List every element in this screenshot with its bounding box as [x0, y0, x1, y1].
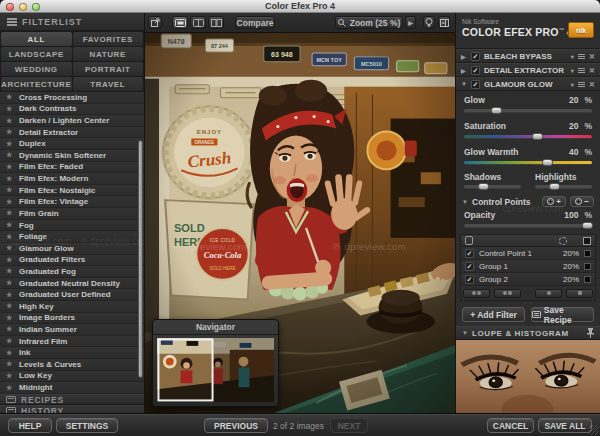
tab-portrait[interactable]: PORTRAIT: [73, 62, 144, 76]
filter-item[interactable]: ★Darken / Lighten Center: [0, 115, 144, 127]
background-brightness-button[interactable]: [423, 16, 435, 29]
settings-button[interactable]: SETTINGS: [56, 418, 118, 433]
panel-toggle-button[interactable]: [438, 16, 450, 29]
control-points-header[interactable]: ▼ Control Points + −: [456, 194, 600, 209]
delete-control-point-button[interactable]: [566, 289, 593, 298]
mask-swatch[interactable]: [584, 276, 591, 283]
filter-list-scrollbar[interactable]: [138, 140, 143, 378]
filter-item[interactable]: ★Glamour Glow: [0, 243, 144, 255]
menu-lines-icon[interactable]: [578, 54, 585, 59]
previous-button[interactable]: PREVIOUS: [204, 418, 268, 433]
tab-favorites[interactable]: FAVORITES: [73, 32, 144, 46]
filter-item[interactable]: ★Dark Contrasts: [0, 104, 144, 116]
preset-menu-icon[interactable]: ▾: [571, 81, 574, 88]
tab-all[interactable]: ALL: [1, 32, 72, 46]
filter-item[interactable]: ★Film Grain: [0, 208, 144, 220]
disclosure-triangle-icon[interactable]: ▶: [461, 67, 467, 74]
preset-menu-icon[interactable]: ▾: [571, 67, 574, 74]
filter-item[interactable]: ★Film Efex: Modern: [0, 173, 144, 185]
filter-item[interactable]: ★Graduated Neutral Density: [0, 278, 144, 290]
remove-filter-icon[interactable]: ✕: [589, 52, 595, 61]
single-view-button[interactable]: [172, 16, 188, 29]
disclosure-triangle-icon[interactable]: ▶: [461, 53, 467, 60]
filterlist-header[interactable]: FILTERLIST: [0, 13, 144, 31]
resize-grip[interactable]: [589, 425, 599, 435]
preset-menu-icon[interactable]: ▾: [571, 53, 574, 60]
slider-handle[interactable]: [542, 159, 553, 166]
remove-filter-icon[interactable]: ✕: [589, 80, 595, 89]
tab-nature[interactable]: NATURE: [73, 47, 144, 61]
row-checkbox[interactable]: ✓: [465, 275, 474, 284]
filter-item[interactable]: ★Graduated Fog: [0, 266, 144, 278]
filter-item[interactable]: ★Graduated Filters: [0, 255, 144, 267]
filter-item[interactable]: ★Graduated User Defined: [0, 289, 144, 301]
glow-warmth-slider-track[interactable]: [464, 161, 592, 164]
subtract-control-point-button[interactable]: −: [570, 196, 594, 207]
filter-item[interactable]: ★Indian Summer: [0, 324, 144, 336]
filter-item[interactable]: ★Infrared Film: [0, 336, 144, 348]
slider-handle[interactable]: [478, 183, 489, 190]
disclosure-triangle-icon[interactable]: ▼: [461, 81, 467, 87]
filter-item[interactable]: ★Film Efex: Faded: [0, 162, 144, 174]
image-canvas[interactable]: N478 87 244 63 948 MCN TOY MC5010: [145, 33, 455, 413]
recipes-drawer[interactable]: RECIPES: [0, 394, 144, 405]
control-point-row[interactable]: ✓ Control Point 1 20%: [461, 247, 595, 260]
mask-swatch[interactable]: [584, 250, 591, 257]
filter-item[interactable]: ★Cross Processing: [0, 92, 144, 104]
tab-travel[interactable]: TRAVEL: [73, 77, 144, 91]
enable-checkbox[interactable]: ✓: [471, 52, 480, 61]
filter-item[interactable]: ★Film Efex: Nostalgic: [0, 185, 144, 197]
tab-wedding[interactable]: WEDDING: [1, 62, 72, 76]
filter-item[interactable]: ★Film Efex: Vintage: [0, 196, 144, 208]
filter-stack-item-detail-extractor[interactable]: ▶ ✓ DETAIL EXTRACTOR ▾ ✕: [456, 63, 600, 77]
add-control-point-button[interactable]: +: [542, 196, 566, 207]
loupe-histogram-header[interactable]: ▼ LOUPE & HISTOGRAM: [456, 326, 600, 340]
filter-item[interactable]: ★Duplex: [0, 138, 144, 150]
row-checkbox[interactable]: ✓: [465, 262, 474, 271]
filter-item[interactable]: ★Image Borders: [0, 313, 144, 325]
slider-handle[interactable]: [549, 183, 560, 190]
disclosure-triangle-icon[interactable]: ▼: [462, 330, 468, 336]
filter-item[interactable]: ★Ink: [0, 347, 144, 359]
compare-button[interactable]: Compare: [235, 16, 275, 29]
save-all-button[interactable]: SAVE ALL: [538, 418, 592, 433]
tab-landscape[interactable]: LANDSCAPE: [1, 47, 72, 61]
filter-item[interactable]: ★High Key: [0, 301, 144, 313]
remove-filter-icon[interactable]: ✕: [589, 66, 595, 75]
cancel-button[interactable]: CANCEL: [487, 418, 534, 433]
slider-handle[interactable]: [582, 222, 593, 229]
filter-item[interactable]: ★Levels & Curves: [0, 359, 144, 371]
disclosure-triangle-icon[interactable]: ▼: [462, 199, 468, 205]
save-recipe-button[interactable]: Save Recipe: [531, 307, 594, 322]
enable-checkbox[interactable]: ✓: [471, 66, 480, 75]
filter-item[interactable]: ★Fog: [0, 220, 144, 232]
menu-lines-icon[interactable]: [578, 68, 585, 73]
side-by-side-view-button[interactable]: [208, 16, 224, 29]
filter-stack-item-glamour-glow[interactable]: ▼ ✓ GLAMOUR GLOW ▾ ✕: [456, 77, 600, 91]
group-control-points-button[interactable]: [463, 289, 490, 298]
glow-slider-track[interactable]: [464, 109, 592, 112]
control-point-row[interactable]: ✓ Group 2 20%: [461, 273, 595, 286]
ungroup-control-points-button[interactable]: [494, 289, 521, 298]
help-button[interactable]: HELP: [8, 418, 52, 433]
shadows-slider-track[interactable]: [464, 185, 521, 188]
row-checkbox[interactable]: ✓: [465, 249, 474, 258]
filter-item[interactable]: ★Midnight: [0, 382, 144, 394]
slider-handle[interactable]: [532, 133, 543, 140]
filter-item[interactable]: ★Dynamic Skin Softener: [0, 150, 144, 162]
slider-handle[interactable]: [491, 107, 502, 114]
filter-item[interactable]: ★Low Key: [0, 371, 144, 383]
split-view-button[interactable]: [190, 16, 206, 29]
add-filter-button[interactable]: + Add Filter: [462, 307, 525, 322]
next-button[interactable]: NEXT: [330, 418, 368, 433]
zoom-menu-button[interactable]: ▶: [405, 16, 416, 29]
filter-item[interactable]: ★Detail Extractor: [0, 127, 144, 139]
control-point-row[interactable]: ✓ Group 1 20%: [461, 260, 595, 273]
pin-icon[interactable]: [587, 328, 594, 338]
menu-lines-icon[interactable]: [578, 82, 585, 87]
saturation-slider-track[interactable]: [464, 135, 592, 138]
highlights-slider-track[interactable]: [535, 185, 592, 188]
enable-checkbox[interactable]: ✓: [471, 80, 480, 89]
zoom-control[interactable]: Zoom (25 %): [335, 16, 403, 29]
filter-item[interactable]: ★Foliage: [0, 231, 144, 243]
